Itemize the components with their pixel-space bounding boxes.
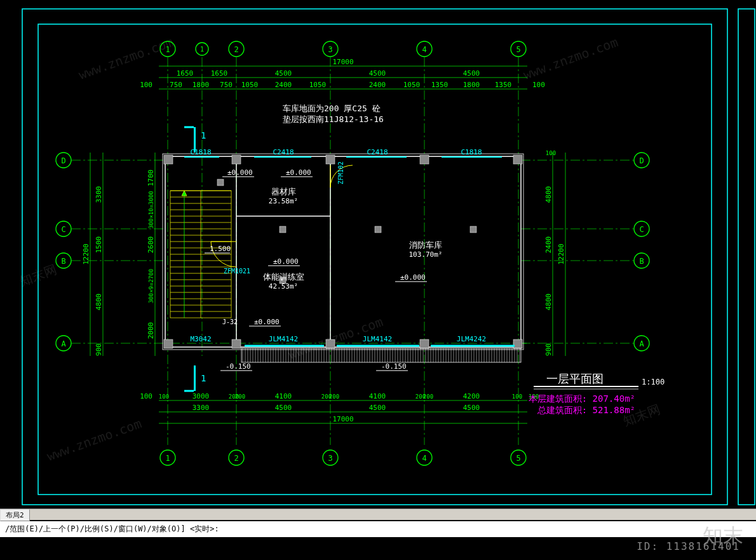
svg-text:1350: 1350 <box>431 81 449 89</box>
svg-text:3300: 3300 <box>95 186 103 203</box>
svg-text:1050: 1050 <box>403 81 421 89</box>
svg-rect-135 <box>280 226 286 233</box>
svg-text:1: 1 <box>165 45 170 54</box>
svg-text:车库地面为200 厚C25 砼: 车库地面为200 厚C25 砼 <box>283 104 381 113</box>
svg-text:JLM4242: JLM4242 <box>457 335 486 343</box>
svg-text:4200: 4200 <box>463 392 480 400</box>
svg-text:4: 4 <box>422 45 426 54</box>
svg-rect-138 <box>470 226 476 233</box>
svg-text:2000: 2000 <box>147 322 155 339</box>
dims-left: 12200 3300 1500 4800 900 1700 300×10=300… <box>82 153 155 356</box>
svg-text:C2418: C2418 <box>367 148 388 156</box>
svg-text:4800: 4800 <box>95 294 103 311</box>
svg-rect-284 <box>194 365 196 391</box>
svg-text:4: 4 <box>422 454 426 463</box>
svg-text:B: B <box>61 257 65 266</box>
svg-rect-130 <box>164 339 173 348</box>
svg-text:4800: 4800 <box>544 294 553 311</box>
svg-text:2: 2 <box>234 45 238 54</box>
image-id: ID: 1138161401 <box>637 540 740 552</box>
svg-rect-126 <box>232 155 241 164</box>
svg-text:200: 200 <box>329 393 339 400</box>
svg-text:750: 750 <box>220 81 233 89</box>
svg-text:1800: 1800 <box>463 81 480 89</box>
svg-text:-0.150: -0.150 <box>226 362 251 371</box>
svg-text:A: A <box>639 339 644 348</box>
svg-text:5: 5 <box>516 454 520 463</box>
svg-text:±0.000: ±0.000 <box>286 168 311 177</box>
svg-text:垫层按西南11J812-13-16: 垫层按西南11J812-13-16 <box>283 114 384 124</box>
title-block: 一层平面图 1:100 本层建筑面积: 207.40m² 总建筑面积: 521.… <box>529 372 665 415</box>
svg-text:4800: 4800 <box>544 186 553 203</box>
dims-bottom: 100 100 3000 200 200 4100 200 200 4100 2… <box>140 392 539 423</box>
svg-text:A: A <box>61 339 66 348</box>
svg-text:C1818: C1818 <box>190 148 211 156</box>
svg-text:4500: 4500 <box>275 404 292 412</box>
svg-text:4100: 4100 <box>275 392 292 400</box>
svg-text:42.53m²: 42.53m² <box>269 282 298 290</box>
svg-text:4100: 4100 <box>369 392 386 400</box>
svg-text:2600: 2600 <box>147 236 155 254</box>
svg-rect-128 <box>420 155 429 164</box>
grid-bottom: 1 2 3 4 5 <box>160 450 526 465</box>
svg-text:1350: 1350 <box>495 81 512 89</box>
svg-text:2400: 2400 <box>369 81 386 89</box>
svg-text:体能训练室: 体能训练室 <box>263 272 304 282</box>
svg-text:12200: 12200 <box>82 243 90 264</box>
svg-text:4500: 4500 <box>463 404 480 412</box>
layout-tab-active[interactable]: 布局2 <box>0 509 30 521</box>
svg-text:3: 3 <box>328 454 332 463</box>
svg-text:17000: 17000 <box>332 415 353 423</box>
svg-text:4500: 4500 <box>369 404 386 412</box>
svg-text:3300: 3300 <box>192 404 210 412</box>
svg-text:±0.000: ±0.000 <box>400 273 426 282</box>
svg-text:±0.000: ±0.000 <box>254 318 280 326</box>
svg-text:1: 1 <box>165 454 170 463</box>
section-mark: 1 1 <box>184 127 206 391</box>
drawing-canvas[interactable]: www.znzmo.com www.znzmo.com 知末网 www.znzm… <box>0 0 756 509</box>
svg-text:200: 200 <box>235 393 245 400</box>
svg-rect-1 <box>38 24 712 495</box>
svg-text:1.500: 1.500 <box>210 245 231 253</box>
svg-text:23.58m²: 23.58m² <box>269 197 298 205</box>
svg-text:消防车库: 消防车库 <box>409 240 442 250</box>
svg-rect-137 <box>375 226 381 233</box>
svg-text:100: 100 <box>512 393 522 400</box>
svg-text:ZFM1021: ZFM1021 <box>224 268 250 275</box>
svg-text:200: 200 <box>423 393 433 400</box>
svg-text:1:100: 1:100 <box>642 378 665 386</box>
svg-text:103.70m²: 103.70m² <box>409 250 443 259</box>
svg-text:J-32: J-32 <box>222 318 238 325</box>
svg-rect-133 <box>420 339 429 348</box>
svg-text:750: 750 <box>170 81 182 89</box>
svg-text:器材库: 器材库 <box>271 187 296 196</box>
svg-text:17000: 17000 <box>332 58 353 66</box>
svg-text:100: 100 <box>546 150 556 156</box>
svg-text:4500: 4500 <box>463 69 480 78</box>
svg-text:1800: 1800 <box>192 81 210 89</box>
svg-rect-131 <box>232 339 241 348</box>
svg-rect-127 <box>326 155 335 164</box>
grid-right: D C B A <box>634 153 649 351</box>
svg-text:M3042: M3042 <box>190 335 211 343</box>
svg-text:3: 3 <box>328 45 332 54</box>
svg-text:C: C <box>639 225 644 234</box>
svg-text:4500: 4500 <box>275 69 292 78</box>
svg-text:12200: 12200 <box>557 243 565 264</box>
svg-text:2: 2 <box>234 454 238 463</box>
svg-text:100: 100 <box>140 392 152 400</box>
svg-text:总建筑面积: 521.88m²: 总建筑面积: 521.88m² <box>537 405 635 415</box>
svg-text:2400: 2400 <box>275 81 292 89</box>
entry-platform <box>241 348 521 362</box>
layout-tabs[interactable]: 布局2 <box>0 509 756 520</box>
floor-plan-svg: 1 1 2 3 4 5 1 2 3 4 5 D C B A D C B A <box>0 0 756 509</box>
svg-text:100: 100 <box>140 81 152 89</box>
svg-text:1700: 1700 <box>147 170 155 187</box>
svg-text:一层平面图: 一层平面图 <box>546 372 604 385</box>
command-line[interactable]: /范围(E)/上一个(P)/比例(S)/窗口(W)/对象(O)] <实时>: <box>0 521 756 537</box>
svg-rect-134 <box>513 339 522 348</box>
svg-text:C2418: C2418 <box>273 148 294 156</box>
grid-top: 1 1 2 3 4 5 <box>160 41 526 57</box>
svg-text:±0.000: ±0.000 <box>273 257 299 266</box>
svg-text:D: D <box>61 156 65 165</box>
